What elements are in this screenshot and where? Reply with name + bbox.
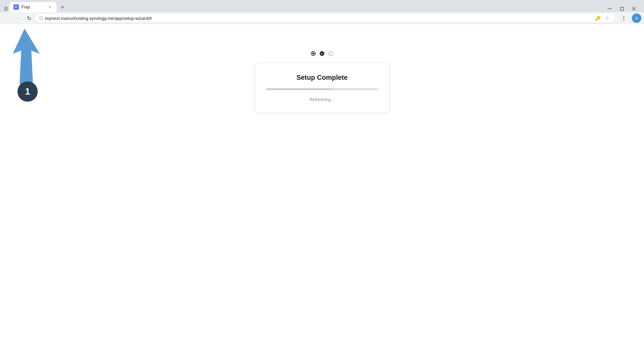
- refreshing-text: Refreshing...: [310, 97, 334, 102]
- svg-point-4: [623, 16, 624, 17]
- step-dot-1: [311, 51, 316, 56]
- step-dot-3: [328, 51, 333, 56]
- annotation-number-badge: 1: [17, 81, 38, 102]
- address-bar[interactable]: ⓘ erpnext.mariushosting.synology.me/app/…: [35, 14, 615, 23]
- password-icon[interactable]: 🔑: [594, 14, 602, 22]
- address-url: erpnext.mariushosting.synology.me/app/se…: [45, 16, 592, 21]
- address-security-icon: ⓘ: [39, 15, 43, 21]
- tab-close-button[interactable]: ×: [47, 4, 52, 10]
- browser-chrome: F Frap × +: [0, 0, 644, 24]
- restore-button[interactable]: [617, 5, 627, 12]
- address-bar-row: ← → ↻ ⓘ erpnext.mariushosting.synology.m…: [0, 12, 644, 24]
- setup-complete-title: Setup Complete: [296, 74, 348, 81]
- forward-button[interactable]: →: [13, 13, 23, 23]
- tab-title: Frap: [22, 5, 44, 9]
- step-dot-2: [320, 51, 324, 56]
- tab-list-button[interactable]: [3, 5, 9, 12]
- address-action-buttons: 🔑 ☆: [594, 14, 611, 22]
- page-content: Setup Complete Refreshing... 1: [0, 24, 644, 345]
- back-button[interactable]: ←: [3, 13, 12, 23]
- svg-point-6: [623, 20, 624, 21]
- svg-point-7: [320, 52, 324, 55]
- close-button[interactable]: [629, 5, 639, 12]
- minimize-button[interactable]: [605, 5, 614, 12]
- active-tab[interactable]: F Frap ×: [9, 2, 57, 12]
- progress-bar-fill: [266, 88, 333, 90]
- refresh-button[interactable]: ↻: [24, 13, 34, 23]
- bookmark-icon[interactable]: ☆: [603, 14, 611, 22]
- svg-rect-1: [620, 7, 623, 10]
- svg-marker-9: [13, 29, 40, 84]
- tab-favicon: F: [13, 4, 19, 10]
- profile-button[interactable]: A: [632, 13, 641, 23]
- annotation-arrow: [6, 27, 46, 89]
- new-tab-button[interactable]: +: [58, 3, 67, 12]
- window-controls: [605, 5, 641, 12]
- step-indicators: [311, 51, 333, 56]
- progress-bar-container: [266, 88, 378, 90]
- svg-rect-0: [608, 8, 612, 9]
- setup-card: Setup Complete Refreshing...: [255, 63, 389, 113]
- svg-point-5: [623, 18, 624, 19]
- extensions-button[interactable]: [619, 13, 629, 23]
